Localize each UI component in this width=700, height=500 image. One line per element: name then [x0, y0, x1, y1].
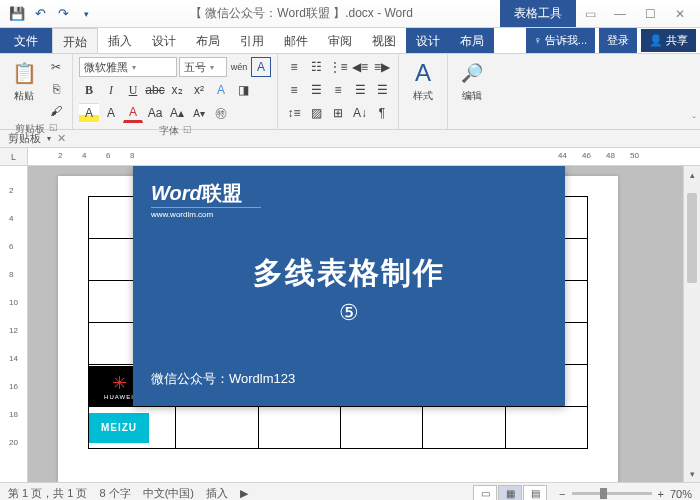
clipboard-icon: 📋 — [10, 59, 38, 87]
redo-icon[interactable]: ↷ — [52, 3, 74, 25]
tab-table-design[interactable]: 设计 — [406, 28, 450, 53]
collapse-ribbon-icon[interactable]: ˇ — [692, 115, 696, 127]
vertical-scrollbar[interactable]: ▴ ▾ — [683, 166, 700, 482]
distributed-icon[interactable]: ☰ — [372, 80, 392, 100]
character-shading-icon[interactable]: A — [101, 103, 121, 123]
enclose-characters-icon[interactable]: ㊕ — [211, 103, 231, 123]
strikethrough-button[interactable]: abc — [145, 80, 165, 100]
scroll-up-icon[interactable]: ▴ — [684, 166, 700, 183]
paste-button[interactable]: 📋 粘贴 — [6, 57, 42, 105]
status-language[interactable]: 中文(中国) — [143, 486, 194, 500]
close-icon[interactable]: ✕ — [666, 4, 694, 24]
phonetic-guide-icon[interactable]: wén — [229, 57, 249, 77]
underline-button[interactable]: U — [123, 80, 143, 100]
tab-table-layout[interactable]: 布局 — [450, 28, 494, 53]
shrink-font-icon[interactable]: A▾ — [189, 103, 209, 123]
italic-button[interactable]: I — [101, 80, 121, 100]
text-effects-icon[interactable]: A — [211, 80, 231, 100]
tell-me[interactable]: ♀ 告诉我... — [526, 28, 595, 53]
horizontal-ruler[interactable]: 246 84446 4850 — [28, 148, 700, 165]
contextual-tab-label: 表格工具 — [500, 0, 576, 27]
status-words[interactable]: 8 个字 — [99, 486, 130, 500]
window-title: 【 微信公众号：Word联盟 】.docx - Word — [103, 5, 500, 22]
sort-icon[interactable]: A↓ — [350, 103, 370, 123]
styles-icon: A — [409, 59, 437, 87]
maximize-icon[interactable]: ☐ — [636, 4, 664, 24]
zoom-level[interactable]: 70% — [670, 488, 692, 500]
font-launcher-icon[interactable]: ◱ — [183, 124, 192, 138]
tab-references[interactable]: 引用 — [230, 28, 274, 53]
justify-icon[interactable]: ☰ — [350, 80, 370, 100]
line-spacing-icon[interactable]: ↕≡ — [284, 103, 304, 123]
clipboard-group-label: 剪贴板 — [15, 122, 45, 136]
font-color-icon[interactable]: A — [123, 103, 143, 123]
clipboard-launcher-icon[interactable]: ◱ — [49, 122, 58, 136]
overlay-url: www.wordlm.com — [151, 207, 261, 219]
borders-icon[interactable]: ⊞ — [328, 103, 348, 123]
superscript-button[interactable]: x² — [189, 80, 209, 100]
scroll-down-icon[interactable]: ▾ — [684, 465, 700, 482]
cut-icon[interactable]: ✂ — [46, 57, 66, 77]
shading-icon[interactable]: ▨ — [306, 103, 326, 123]
tab-file[interactable]: 文件 — [0, 28, 52, 53]
subscript-button[interactable]: x₂ — [167, 80, 187, 100]
status-macro-icon[interactable]: ▶ — [240, 487, 248, 500]
vertical-ruler[interactable]: 246 81012 141618 20 — [0, 166, 28, 482]
bullets-icon[interactable]: ≡ — [284, 57, 304, 77]
change-case-icon[interactable]: Aa — [145, 103, 165, 123]
find-icon: 🔎 — [458, 59, 486, 87]
read-mode-icon[interactable]: ▭ — [473, 485, 497, 501]
tab-insert[interactable]: 插入 — [98, 28, 142, 53]
align-right-icon[interactable]: ≡ — [328, 80, 348, 100]
show-marks-icon[interactable]: ¶ — [372, 103, 392, 123]
overlay-number: ⑤ — [151, 300, 547, 326]
editing-button[interactable]: 🔎 编辑 — [454, 57, 490, 105]
tab-design[interactable]: 设计 — [142, 28, 186, 53]
zoom-out-icon[interactable]: − — [559, 488, 565, 500]
share-icon: 👤 — [649, 34, 663, 47]
print-layout-icon[interactable]: ▦ — [498, 485, 522, 501]
styles-button[interactable]: A 样式 — [405, 57, 441, 105]
font-name-combo[interactable]: 微软雅黑▾ — [79, 57, 177, 77]
tab-review[interactable]: 审阅 — [318, 28, 362, 53]
meizu-logo: MEIZU — [89, 413, 149, 443]
web-layout-icon[interactable]: ▤ — [523, 485, 547, 501]
qat-customize-icon[interactable]: ▾ — [75, 3, 97, 25]
align-left-icon[interactable]: ≡ — [284, 80, 304, 100]
increase-indent-icon[interactable]: ≡▶ — [372, 57, 392, 77]
scroll-thumb[interactable] — [687, 193, 697, 283]
decrease-indent-icon[interactable]: ◀≡ — [350, 57, 370, 77]
format-painter-icon[interactable]: 🖌 — [46, 101, 66, 121]
overlay-subtitle: 微信公众号：Wordlm123 — [151, 370, 295, 388]
clear-formatting-icon[interactable]: ◨ — [233, 80, 253, 100]
minimize-icon[interactable]: — — [606, 4, 634, 24]
tab-home[interactable]: 开始 — [52, 28, 98, 53]
copy-icon[interactable]: ⎘ — [46, 79, 66, 99]
font-size-combo[interactable]: 五号▾ — [179, 57, 227, 77]
overlay-title: 多线表格制作 — [151, 253, 547, 294]
undo-icon[interactable]: ↶ — [29, 3, 51, 25]
align-center-icon[interactable]: ☰ — [306, 80, 326, 100]
ribbon-options-icon[interactable]: ▭ — [576, 4, 604, 24]
zoom-slider[interactable] — [572, 492, 652, 495]
tab-view[interactable]: 视图 — [362, 28, 406, 53]
character-border-icon[interactable]: A — [251, 57, 271, 77]
ruler-corner: L — [0, 148, 28, 165]
numbering-icon[interactable]: ☷ — [306, 57, 326, 77]
bold-button[interactable]: B — [79, 80, 99, 100]
grow-font-icon[interactable]: A▴ — [167, 103, 187, 123]
tab-mailings[interactable]: 邮件 — [274, 28, 318, 53]
login-button[interactable]: 登录 — [599, 28, 637, 53]
tab-layout[interactable]: 布局 — [186, 28, 230, 53]
save-icon[interactable]: 💾 — [6, 3, 28, 25]
zoom-in-icon[interactable]: + — [658, 488, 664, 500]
multilevel-list-icon[interactable]: ⋮≡ — [328, 57, 348, 77]
status-page[interactable]: 第 1 页，共 1 页 — [8, 486, 87, 500]
status-insert[interactable]: 插入 — [206, 486, 228, 500]
highlight-icon[interactable]: A — [79, 103, 99, 123]
share-button[interactable]: 👤共享 — [641, 29, 696, 52]
font-group-label: 字体 — [159, 124, 179, 138]
tutorial-overlay: Word联盟 www.wordlm.com 多线表格制作 ⑤ 微信公众号：Wor… — [133, 166, 565, 406]
